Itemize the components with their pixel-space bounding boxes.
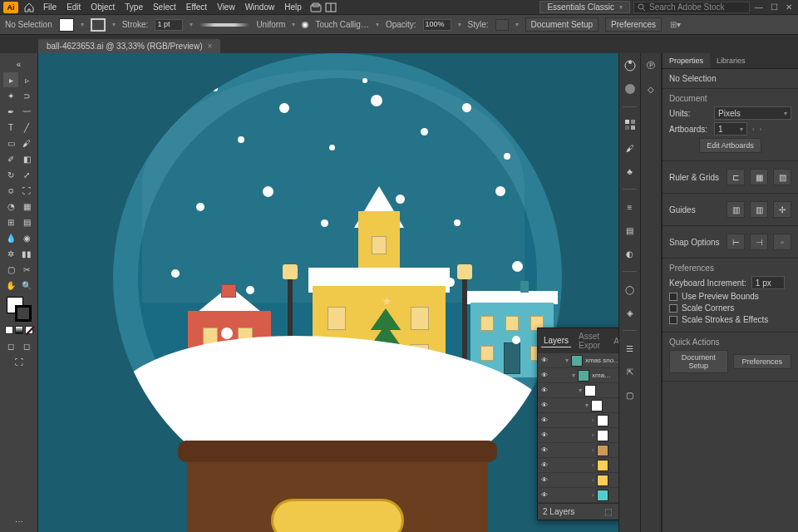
visibility-icon[interactable]: 👁 — [541, 387, 549, 395]
lock-icon[interactable] — [552, 476, 560, 485]
layers-panel[interactable]: Layers Asset Expor Artboards » ≡ 👁▾xmas … — [537, 328, 618, 520]
rotate-tool[interactable]: ↻ — [3, 167, 18, 182]
arrange-icon[interactable] — [325, 2, 337, 12]
visibility-icon[interactable]: 👁 — [541, 461, 549, 470]
menu-object[interactable]: Object — [86, 1, 120, 13]
slice-tool[interactable]: ✂ — [19, 262, 34, 277]
rectangle-tool[interactable]: ▭ — [3, 135, 18, 150]
lock-icon[interactable] — [552, 446, 560, 455]
expand-icon[interactable]: › — [592, 431, 594, 439]
width-tool[interactable]: ≎ — [3, 183, 18, 198]
lock-icon[interactable] — [552, 401, 560, 410]
prev-artboard-icon[interactable]: ‹ — [752, 126, 755, 133]
graphic-styles-panel-icon[interactable]: ◈ — [623, 305, 638, 320]
hand-tool[interactable]: ✋ — [3, 278, 18, 293]
chevron-down-icon[interactable]: ▾ — [81, 21, 84, 28]
layer-row[interactable]: 👁› — [538, 458, 618, 473]
curvature-tool[interactable]: 〰 — [19, 104, 34, 119]
artboards-panel-icon[interactable]: ▢ — [623, 387, 638, 402]
free-transform-tool[interactable]: ⛶ — [19, 183, 34, 198]
ruler-icon[interactable]: ⊏ — [727, 169, 745, 185]
snap-point-icon[interactable]: ⊢ — [727, 234, 745, 250]
visibility-icon[interactable]: 👁 — [541, 416, 549, 425]
snap-grid-icon[interactable]: ⊣ — [750, 234, 768, 250]
expand-icon[interactable]: › — [592, 491, 594, 499]
lasso-tool[interactable]: ⊃ — [19, 88, 34, 103]
fill-stroke-swatch[interactable] — [7, 297, 32, 322]
blend-tool[interactable]: ◉ — [19, 230, 34, 245]
make-clip-icon[interactable]: ◫ — [618, 507, 618, 517]
pen-tool[interactable]: ✒ — [3, 104, 18, 119]
locate-layer-icon[interactable]: ⬚ — [603, 507, 613, 517]
minimize-button[interactable]: — — [753, 2, 765, 12]
visibility-icon[interactable]: 👁 — [541, 476, 549, 485]
tab-properties[interactable]: Properties — [663, 53, 710, 68]
shape-builder-tool[interactable]: ◔ — [3, 199, 18, 214]
use-preview-bounds-checkbox[interactable] — [669, 293, 677, 301]
qa-preferences-button[interactable]: Preferences — [733, 354, 792, 369]
gradient-tool[interactable]: ▤ — [19, 214, 34, 229]
chevron-down-icon[interactable]: ▾ — [458, 21, 461, 28]
smart-guides-icon[interactable]: ✢ — [773, 201, 791, 218]
menu-effect[interactable]: Effect — [181, 1, 212, 13]
eraser-tool[interactable]: ◧ — [19, 151, 34, 166]
visibility-icon[interactable]: 👁 — [541, 491, 549, 500]
screen-mode[interactable]: ⛶ — [12, 354, 27, 369]
draw-mode-behind[interactable]: ◻ — [19, 338, 34, 353]
column-graph-tool[interactable]: ▮▮ — [19, 246, 34, 261]
layer-row[interactable]: 👁▾xmas sno… — [538, 353, 618, 368]
scale-strokes-checkbox[interactable] — [669, 316, 677, 324]
transparency-grid-icon[interactable]: ▨ — [773, 169, 791, 185]
chevron-down-icon[interactable]: ▾ — [376, 21, 379, 28]
collapse-icon[interactable]: « — [12, 57, 27, 71]
expand-icon[interactable]: ▾ — [585, 401, 589, 409]
edit-artboards-button[interactable]: Edit Artboards — [699, 138, 761, 153]
menu-type[interactable]: Type — [120, 1, 148, 13]
expand-icon[interactable]: ▾ — [565, 357, 569, 364]
lock-icon[interactable] — [552, 387, 560, 395]
workspace-dropdown[interactable]: Essentials Classic ▾ — [539, 1, 630, 13]
fill-swatch[interactable] — [59, 18, 74, 32]
libraries-panel-icon[interactable]: ◇ — [643, 81, 658, 96]
mesh-tool[interactable]: ⊞ — [3, 214, 18, 229]
expand-icon[interactable]: › — [592, 446, 594, 454]
layer-name[interactable]: xmas sno… — [585, 357, 618, 364]
shaper-tool[interactable]: ✐ — [3, 151, 18, 166]
menu-help[interactable]: Help — [279, 1, 307, 13]
layer-row[interactable]: 👁› — [538, 428, 618, 443]
stroke-color[interactable] — [15, 305, 32, 322]
color-mode-gradient[interactable] — [15, 326, 23, 334]
layer-row[interactable]: 👁› — [538, 443, 618, 458]
artboards-tab[interactable]: Artboards — [611, 335, 618, 347]
lock-icon[interactable] — [552, 461, 560, 470]
keyboard-increment-input[interactable]: 1 px — [751, 276, 785, 289]
stroke-panel-icon[interactable]: ≡ — [623, 200, 638, 214]
type-tool[interactable]: T — [3, 120, 18, 135]
layer-name[interactable]: xma… — [592, 372, 618, 379]
color-panel-icon[interactable] — [623, 58, 638, 73]
lock-icon[interactable] — [552, 372, 560, 380]
scale-tool[interactable]: ⤢ — [19, 167, 34, 182]
chevron-down-icon[interactable]: ▾ — [515, 21, 519, 28]
layer-row[interactable]: 👁▾ — [538, 383, 618, 398]
perspective-tool[interactable]: ▦ — [19, 199, 34, 214]
lock-icon[interactable] — [552, 416, 560, 425]
menu-edit[interactable]: Edit — [62, 1, 86, 13]
color-mode-solid[interactable] — [5, 326, 13, 334]
expand-icon[interactable]: › — [592, 461, 594, 469]
selection-tool[interactable]: ▸ — [3, 72, 18, 87]
layer-row[interactable]: 👁› — [538, 488, 618, 503]
qa-document-setup-button[interactable]: Document Setup — [669, 350, 728, 373]
scale-corners-checkbox[interactable] — [669, 304, 677, 313]
color-mode-none[interactable] — [25, 326, 33, 334]
close-tab-icon[interactable]: × — [207, 42, 212, 51]
snap-pixel-icon[interactable]: ▫ — [773, 234, 791, 250]
layer-row[interactable]: 👁▾ — [538, 398, 618, 413]
appearance-panel-icon[interactable]: ◯ — [623, 282, 638, 297]
swatches-panel-icon[interactable] — [623, 117, 638, 132]
visibility-icon[interactable]: 👁 — [541, 372, 549, 380]
expand-icon[interactable]: ▾ — [572, 372, 575, 379]
layer-row[interactable]: 👁› — [538, 473, 618, 488]
stroke-weight-input[interactable]: 1 pt — [155, 19, 183, 31]
search-input[interactable]: Search Adobe Stock — [633, 2, 750, 13]
